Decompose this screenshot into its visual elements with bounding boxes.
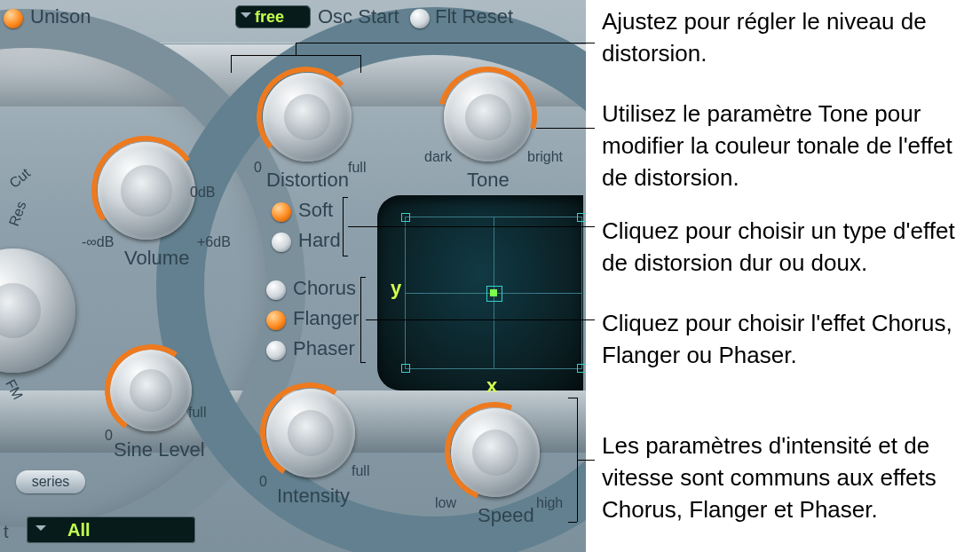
distortion-hard-label: Hard [298,229,341,252]
distortion-soft-led[interactable] [272,202,291,222]
callout-distortion-level: Ajustez pour régler le niveau de distors… [602,5,975,69]
sine-level-label: Sine Level [114,438,205,461]
volume-zero-label: 0dB [190,185,215,201]
distortion-soft-label: Soft [298,199,333,222]
flanger-label: Flanger [293,307,360,330]
sine-left-tick: 0 [105,428,113,444]
bottom-t-label: t [4,522,9,542]
callout-intensity-speed: Les paramètres d'intensité et de vitesse… [602,430,975,525]
bottom-filtermode-dropdown[interactable]: All [27,517,195,543]
callout-tone: Utilisez le paramètre Tone pour modifier… [602,98,975,193]
tone-label: Tone [467,169,510,192]
volume-left-tick: -∞dB [82,234,114,250]
intensity-label: Intensity [277,485,350,508]
distortion-label: Distortion [266,169,349,192]
distortion-hard-led[interactable] [272,233,291,252]
intensity-right-tick: full [352,463,369,479]
callout-mod-effect: Cliquez pour choisir l'effet Chorus, Fla… [602,307,975,371]
chevron-down-icon [36,525,46,536]
speed-left-tick: low [435,495,456,511]
phaser-label: Phaser [293,337,355,360]
flanger-led[interactable] [266,311,286,330]
speed-label: Speed [478,504,534,527]
synth-panel: Unison free Osc Start Flt Reset Cut Res … [0,0,586,552]
speed-right-tick: high [536,495,563,511]
intensity-left-tick: 0 [259,474,267,490]
xy-grid [405,217,582,369]
xy-handle[interactable] [490,289,497,296]
osc-start-label: Osc Start [318,5,399,28]
volume-label: Volume [124,247,189,270]
xy-y-label: y [391,277,401,300]
flt-reset-led[interactable] [410,9,430,28]
unison-label: Unison [30,5,91,28]
chorus-led[interactable] [266,280,286,300]
phaser-led[interactable] [266,341,286,360]
volume-right-tick: +6dB [197,234,231,250]
osc-mode-dropdown[interactable]: free [235,5,311,28]
chorus-label: Chorus [293,277,356,300]
distortion-left-tick: 0 [254,160,262,176]
callout-distortion-type: Cliquez pour choisir un type d'effet de … [602,215,975,279]
series-badge[interactable]: series [16,470,85,493]
tone-left-tick: dark [424,149,452,165]
sine-right-tick: full [188,405,206,421]
tone-right-tick: bright [527,149,563,165]
chevron-down-icon [241,12,251,23]
distortion-right-tick: full [348,160,366,176]
unison-led[interactable] [4,9,23,28]
flt-reset-label: Flt Reset [435,5,513,28]
xy-x-label: x [486,375,497,398]
